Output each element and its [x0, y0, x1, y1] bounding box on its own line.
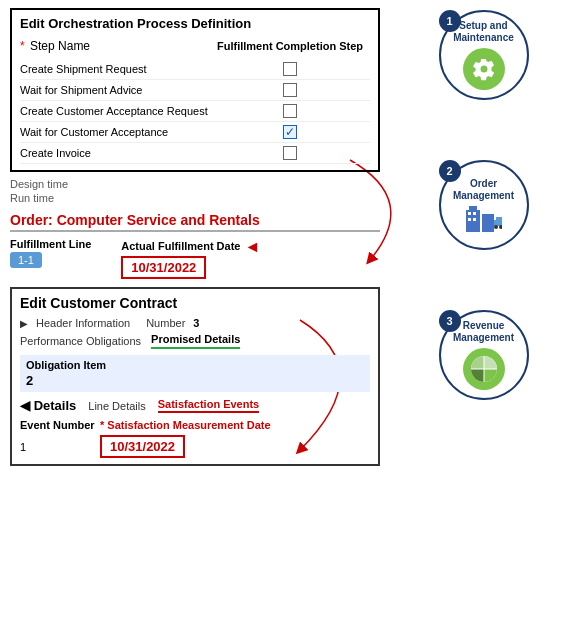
- badge-number-3: 3: [439, 310, 461, 332]
- svg-rect-8: [496, 217, 502, 222]
- checkbox-wait-acceptance[interactable]: ✓: [210, 125, 370, 139]
- actual-date-value: 10/31/2022: [121, 256, 206, 279]
- perf-obligations-label: Performance Obligations: [20, 335, 141, 347]
- order-title: Order: Computer Service and Rentals: [10, 212, 380, 232]
- pie-chart-icon: [470, 355, 498, 383]
- step-name-create-acceptance: Create Customer Acceptance Request: [20, 105, 210, 117]
- contract-title: Edit Customer Contract: [20, 295, 370, 311]
- perf-obligations-row: Performance Obligations Promised Details: [20, 333, 370, 349]
- revenue-management-badge: 3 RevenueManagement: [439, 310, 529, 400]
- obligation-item-header: Obligation Item: [26, 359, 364, 371]
- checkbox-wait-shipment[interactable]: [210, 83, 370, 97]
- checkbox-unchecked-icon[interactable]: [283, 104, 297, 118]
- contract-section: Edit Customer Contract ▶ Header Informat…: [10, 287, 380, 466]
- table-row: Wait for Customer Acceptance ✓: [20, 122, 370, 143]
- step-name-wait-acceptance: Wait for Customer Acceptance: [20, 126, 210, 138]
- main-content: Edit Orchestration Process Definition * …: [0, 0, 390, 474]
- order-grid: Fulfillment Line 1-1 Actual Fulfillment …: [10, 238, 380, 279]
- order-mgmt-icon: [466, 206, 502, 232]
- required-star: *: [20, 39, 25, 53]
- red-arrow-left-icon: ◄: [244, 238, 260, 256]
- fulfillment-line-label: Fulfillment Line: [10, 238, 91, 250]
- order-management-badge: 2 OrderManagement: [439, 160, 529, 250]
- badge-number-1: 1: [439, 10, 461, 32]
- fulfillment-line-badge: 1-1: [10, 252, 42, 268]
- number-value: 3: [193, 317, 199, 329]
- badge-number-2: 2: [439, 160, 461, 182]
- table-row: Create Customer Acceptance Request: [20, 101, 370, 122]
- checkbox-unchecked-icon[interactable]: [283, 146, 297, 160]
- step-name-create-invoice: Create Invoice: [20, 147, 210, 159]
- satisfaction-date-col-header: * Satisfaction Measurement Date: [100, 419, 370, 431]
- event-number-value: 1: [20, 441, 100, 453]
- tab-line-details[interactable]: Line Details: [88, 400, 145, 412]
- obligation-item-value: 2: [26, 373, 364, 388]
- satisfaction-section: Event Number * Satisfaction Measurement …: [20, 419, 370, 458]
- run-time-label: Run time: [10, 192, 380, 204]
- table-row: Wait for Shipment Advice: [20, 80, 370, 101]
- checkbox-checked-icon[interactable]: ✓: [283, 125, 297, 139]
- checkbox-unchecked-icon[interactable]: [283, 62, 297, 76]
- order-section: Order: Computer Service and Rentals Fulf…: [10, 212, 380, 279]
- promised-details-tab[interactable]: Promised Details: [151, 333, 240, 349]
- building-icon: [466, 206, 502, 232]
- actual-date-label: Actual Fulfillment Date: [121, 240, 240, 252]
- details-tabs: ◀ Details Line Details Satisfaction Even…: [20, 398, 370, 413]
- triangle-icon: ▶: [20, 318, 28, 329]
- order-management-label: OrderManagement: [453, 178, 514, 202]
- checkbox-create-invoice[interactable]: [210, 146, 370, 160]
- svg-point-9: [494, 225, 498, 229]
- triangle-details-icon: ◀: [20, 398, 30, 413]
- orchestration-section: Edit Orchestration Process Definition * …: [10, 8, 380, 172]
- checkbox-create-acceptance[interactable]: [210, 104, 370, 118]
- svg-rect-5: [468, 218, 471, 221]
- svg-rect-4: [473, 212, 476, 215]
- svg-rect-1: [469, 206, 477, 210]
- gear-icon-circle: [463, 48, 505, 90]
- satisfaction-date-value: 10/31/2022: [100, 435, 185, 458]
- step-col-header: * Step Name: [20, 39, 210, 53]
- table-header: * Step Name Fulfillment Completion Step: [20, 39, 370, 55]
- fulfillment-line-col: Fulfillment Line 1-1: [10, 238, 91, 268]
- contract-header-info: ▶ Header Information Number 3: [20, 317, 370, 329]
- svg-rect-2: [482, 214, 494, 232]
- actual-date-col: Actual Fulfillment Date ◄ 10/31/2022: [121, 238, 260, 279]
- checkbox-unchecked-icon[interactable]: [283, 83, 297, 97]
- svg-rect-6: [473, 218, 476, 221]
- table-row: Create Invoice: [20, 143, 370, 164]
- actual-date-label-row: Actual Fulfillment Date ◄: [121, 238, 260, 256]
- orchestration-title: Edit Orchestration Process Definition: [20, 16, 370, 31]
- satisfaction-header: Event Number * Satisfaction Measurement …: [20, 419, 370, 431]
- pie-icon-circle: [463, 348, 505, 390]
- svg-rect-3: [468, 212, 471, 215]
- setup-maintenance-label: Setup andMaintenance: [453, 20, 514, 44]
- header-info-label: Header Information: [36, 317, 130, 329]
- number-label: Number: [146, 317, 185, 329]
- checkbox-create-shipment[interactable]: [210, 62, 370, 76]
- table-row: Create Shipment Request: [20, 59, 370, 80]
- fulfillment-col-header: Fulfillment Completion Step: [210, 40, 370, 52]
- obligation-item-section: Obligation Item 2: [20, 355, 370, 392]
- design-runtime-section: Design time Run time: [10, 178, 380, 204]
- revenue-management-label: RevenueManagement: [453, 320, 514, 344]
- step-name-wait-shipment: Wait for Shipment Advice: [20, 84, 210, 96]
- right-sidebar: 1 Setup andMaintenance 2 OrderManagement: [391, 0, 576, 400]
- design-time-label: Design time: [10, 178, 380, 190]
- step-name-create-shipment: Create Shipment Request: [20, 63, 210, 75]
- event-number-col-header: Event Number: [20, 419, 100, 431]
- satisfaction-row: 1 10/31/2022: [20, 435, 370, 458]
- details-label: ◀ Details: [20, 398, 76, 413]
- tab-satisfaction-events[interactable]: Satisfaction Events: [158, 398, 259, 413]
- gear-icon: [472, 57, 496, 81]
- setup-maintenance-badge: 1 Setup andMaintenance: [439, 10, 529, 100]
